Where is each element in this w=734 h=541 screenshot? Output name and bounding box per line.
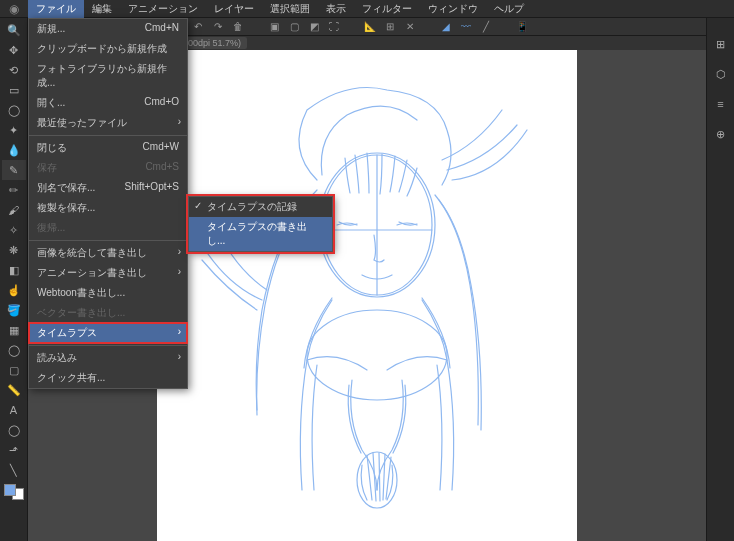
tool-pen-icon[interactable]: ✎ [2, 160, 26, 180]
tool-move-icon[interactable]: ✥ [2, 40, 26, 60]
tool-balloon-icon[interactable]: ◯ [2, 420, 26, 440]
menu-animation[interactable]: アニメーション [120, 0, 206, 18]
tool-wand-icon[interactable]: ✦ [2, 120, 26, 140]
menu-file[interactable]: ファイル [28, 0, 84, 18]
panel-3d-icon[interactable]: ⬡ [709, 64, 733, 84]
tool-brush-icon[interactable]: 🖌 [2, 200, 26, 220]
file-menu-dropdown: 新規...Cmd+N クリップボードから新規作成 フォトライブラリから新規作成.… [28, 18, 188, 389]
ruler-line-icon[interactable]: ╱ [478, 20, 494, 34]
menu-separator [29, 240, 187, 241]
menu-item-import[interactable]: 読み込み [29, 348, 187, 368]
menu-item-revert: 復帰... [29, 218, 187, 238]
tool-airbrush-icon[interactable]: ✧ [2, 220, 26, 240]
menu-item-quickshare[interactable]: クイック共有... [29, 368, 187, 388]
tool-magnify-icon[interactable]: 🔍 [2, 20, 26, 40]
menu-item-save-dup[interactable]: 複製を保存... [29, 198, 187, 218]
clear-icon[interactable]: 🗑 [230, 20, 246, 34]
submenu-item-export[interactable]: タイムラプスの書き出し... [189, 217, 332, 251]
right-toolbar: ⊞ ⬡ ≡ ⊕ [706, 18, 734, 541]
menu-bar: ファイル 編集 アニメーション レイヤー 選択範囲 表示 フィルター ウィンドウ… [0, 0, 734, 18]
menu-item-new-clipboard[interactable]: クリップボードから新規作成 [29, 39, 187, 59]
menu-view[interactable]: 表示 [318, 0, 354, 18]
menu-window[interactable]: ウィンドウ [420, 0, 486, 18]
tool-ruler-icon[interactable]: 📏 [2, 380, 26, 400]
tool-blend-icon[interactable]: ☝ [2, 280, 26, 300]
ruler-on-icon[interactable]: ◢ [438, 20, 454, 34]
menu-item-new[interactable]: 新規...Cmd+N [29, 19, 187, 39]
expand-icon[interactable]: ⛶ [326, 20, 342, 34]
menu-item-open[interactable]: 開く...Cmd+O [29, 93, 187, 113]
canvas[interactable] [157, 50, 577, 541]
timelapse-submenu: タイムラプスの記録 タイムラプスの書き出し... [188, 196, 333, 252]
tool-line-icon[interactable]: ╲ [2, 460, 26, 480]
menu-separator [29, 135, 187, 136]
menu-item-vector-export: ベクター書き出し... [29, 303, 187, 323]
menu-selection[interactable]: 選択範囲 [262, 0, 318, 18]
menu-item-close[interactable]: 閉じるCmd+W [29, 138, 187, 158]
tool-eraser-icon[interactable]: ◧ [2, 260, 26, 280]
select-all-icon[interactable]: ▣ [266, 20, 282, 34]
tool-gradient-icon[interactable]: ▦ [2, 320, 26, 340]
menu-filter[interactable]: フィルター [354, 0, 420, 18]
menu-layer[interactable]: レイヤー [206, 0, 262, 18]
tool-frame-icon[interactable]: ▢ [2, 360, 26, 380]
tool-fill-icon[interactable]: 🪣 [2, 300, 26, 320]
svg-point-5 [307, 310, 447, 400]
tool-eyedrop-icon[interactable]: 💧 [2, 140, 26, 160]
tool-lasso-icon[interactable]: ◯ [2, 100, 26, 120]
color-swatch[interactable] [4, 484, 24, 500]
menu-item-webtoon-export[interactable]: Webtoon書き出し... [29, 283, 187, 303]
menu-item-save-as[interactable]: 別名で保存...Shift+Opt+S [29, 178, 187, 198]
invert-icon[interactable]: ◩ [306, 20, 322, 34]
menu-item-save: 保存Cmd+S [29, 158, 187, 178]
panel-layer-icon[interactable]: ≡ [709, 94, 733, 114]
menu-item-new-photo[interactable]: フォトライブラリから新規作成... [29, 59, 187, 93]
left-toolbar: 🔍 ✥ ⟲ ▭ ◯ ✦ 💧 ✎ ✏ 🖌 ✧ ❋ ◧ ☝ 🪣 ▦ ◯ ▢ 📏 A … [0, 18, 28, 541]
app-logo-icon[interactable]: ◉ [4, 0, 24, 18]
tool-pencil-icon[interactable]: ✏ [2, 180, 26, 200]
tool-correct-icon[interactable]: ⬏ [2, 440, 26, 460]
tool-shape-icon[interactable]: ◯ [2, 340, 26, 360]
menu-help[interactable]: ヘルプ [486, 0, 532, 18]
menu-item-anim-export[interactable]: アニメーション書き出し [29, 263, 187, 283]
menu-item-recent[interactable]: 最近使ったファイル [29, 113, 187, 133]
tool-text-icon[interactable]: A [2, 400, 26, 420]
panel-material-icon[interactable]: ⊕ [709, 124, 733, 144]
menu-item-timelapse[interactable]: タイムラプス [29, 323, 187, 343]
snap-ruler-icon[interactable]: 📐 [362, 20, 378, 34]
tool-deco-icon[interactable]: ❋ [2, 240, 26, 260]
menu-item-merge-export[interactable]: 画像を統合して書き出し [29, 243, 187, 263]
tool-marquee-icon[interactable]: ▭ [2, 80, 26, 100]
tool-rotate-icon[interactable]: ⟲ [2, 60, 26, 80]
ruler-curve-icon[interactable]: 〰 [458, 20, 474, 34]
menu-separator [29, 345, 187, 346]
smartphone-icon[interactable]: 📱 [514, 20, 530, 34]
deselect-icon[interactable]: ▢ [286, 20, 302, 34]
snap-grid-icon[interactable]: ⊞ [382, 20, 398, 34]
undo-icon[interactable]: ↶ [190, 20, 206, 34]
redo-icon[interactable]: ↷ [210, 20, 226, 34]
submenu-item-record[interactable]: タイムラプスの記録 [189, 197, 332, 217]
fg-color-icon [4, 484, 16, 496]
snap-special-icon[interactable]: ✕ [402, 20, 418, 34]
menu-edit[interactable]: 編集 [84, 0, 120, 18]
sketch-artwork [157, 50, 577, 541]
panel-nav-icon[interactable]: ⊞ [709, 34, 733, 54]
